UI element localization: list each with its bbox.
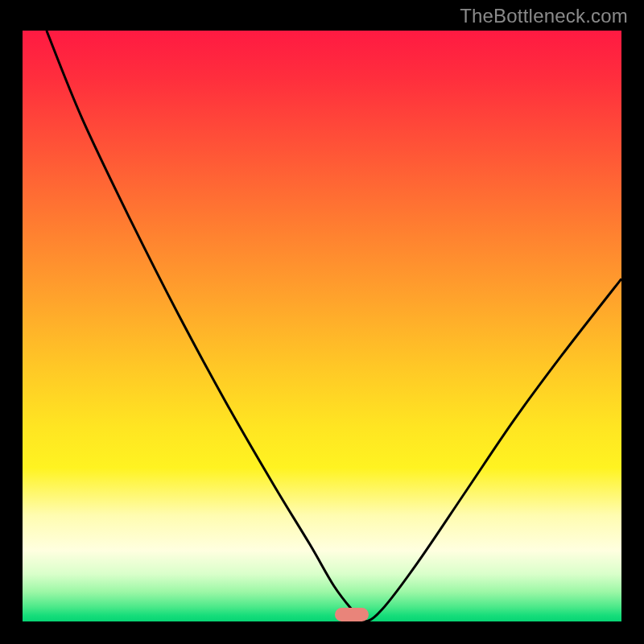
plot-area — [23, 31, 621, 621]
bottleneck-curve — [23, 31, 621, 621]
watermark-text: TheBottleneck.com — [460, 5, 628, 27]
chart-frame: TheBottleneck.com — [0, 0, 644, 644]
minimum-marker — [335, 608, 369, 621]
curve-path — [47, 31, 621, 621]
